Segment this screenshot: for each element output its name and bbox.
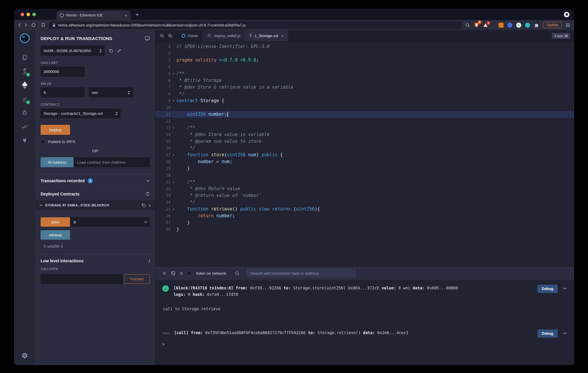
code-line[interactable]: 28} (155, 226, 574, 233)
zoom-in-icon[interactable] (168, 34, 173, 38)
minimize-window-button[interactable] (26, 13, 30, 16)
chevron-down-icon[interactable] (146, 180, 150, 182)
chevron-down-icon[interactable] (144, 221, 147, 223)
value-unit-select[interactable]: wei (89, 87, 133, 97)
code-line[interactable]: 9▾contract Storage { (155, 97, 574, 104)
code-line[interactable]: 5▾/** (155, 70, 574, 77)
solidity-compiler-icon[interactable]: ✓ (18, 65, 31, 77)
code-line[interactable]: 13▾ /** (155, 125, 574, 131)
deploy-button[interactable]: Deploy (41, 125, 70, 135)
code-line[interactable]: 8 */ (155, 91, 574, 97)
menu-icon[interactable] (566, 23, 570, 27)
code-line[interactable]: 1// SPDX-License-Identifier: GPL-3.0 (155, 43, 574, 50)
bookmark-icon[interactable] (41, 23, 45, 27)
code-editor[interactable]: 1// SPDX-License-Identifier: GPL-3.023pr… (155, 42, 574, 266)
close-window-button[interactable] (21, 13, 24, 16)
metamask-extension-icon[interactable] (499, 23, 504, 28)
store-argument-input[interactable] (71, 218, 144, 226)
publish-ipfs-checkbox[interactable] (41, 140, 45, 144)
code-line[interactable]: 19 } (155, 165, 574, 172)
tab-storage-sol[interactable]: 1_Storage.sol × (245, 30, 288, 42)
remove-contract-icon[interactable]: × (148, 203, 151, 208)
forward-button[interactable] (25, 23, 27, 27)
fold-arrow-icon[interactable]: ▾ (171, 70, 176, 77)
transactions-recorded-row[interactable]: Transactions recorded 2 (41, 174, 150, 188)
code-line[interactable]: 10 (155, 104, 574, 111)
terminal-prompt[interactable]: > (162, 342, 571, 347)
account-select[interactable]: 0xf39...92266 (6.98782850 (41, 46, 105, 56)
back-button[interactable] (18, 23, 21, 27)
reload-button[interactable] (31, 23, 36, 27)
copy-contract-icon[interactable] (141, 203, 146, 207)
transact-button[interactable]: Transact (124, 274, 150, 284)
code-line[interactable]: 3pragma solidity >=0.7.0 <0.9.0; (155, 57, 574, 64)
clear-console-icon[interactable] (171, 271, 176, 276)
code-line[interactable]: 4 (155, 64, 574, 70)
unit-testing-icon[interactable] (18, 120, 31, 133)
code-line[interactable]: 11 uint256 number; (155, 111, 574, 118)
gas-limit-input[interactable] (41, 67, 85, 77)
code-line[interactable]: 23 * @return value of 'number' (155, 192, 574, 199)
code-line[interactable]: 15 * @param num value to store (155, 138, 574, 145)
code-line[interactable]: 14 * @dev Store value in variable (155, 131, 574, 138)
tabs-count-badge[interactable]: 3 tabs (552, 33, 570, 39)
info-icon[interactable]: i (148, 258, 150, 263)
static-analysis-icon[interactable]: ✓ (18, 93, 31, 105)
zoom-icon[interactable] (466, 23, 470, 27)
chevron-down-icon[interactable] (563, 287, 567, 290)
profile-icon[interactable] (564, 12, 569, 17)
blue-extension-icon[interactable] (507, 23, 512, 28)
zoom-out-icon[interactable] (160, 34, 164, 38)
fold-arrow-icon[interactable]: ▾ (171, 206, 176, 213)
tab-home[interactable]: Home (177, 30, 202, 42)
terminal-search-input[interactable] (250, 271, 352, 276)
grammarly-extension-icon[interactable]: G (516, 23, 521, 28)
update-button[interactable]: Update (543, 22, 562, 28)
chevron-down-icon[interactable] (39, 204, 42, 206)
close-tab-icon[interactable]: × (281, 34, 284, 38)
file-explorer-icon[interactable] (18, 51, 31, 64)
debug-button[interactable]: Debug (537, 285, 558, 293)
code-line[interactable]: 26 return number; (155, 213, 574, 219)
calldata-input[interactable] (41, 274, 123, 284)
code-line[interactable]: 12 (155, 118, 574, 125)
code-line[interactable]: 16 */ (155, 145, 574, 152)
terminal-search[interactable] (246, 269, 356, 278)
browser-tab[interactable]: Remix - Ethereum IDE × (56, 11, 131, 20)
close-tab-icon[interactable]: × (125, 13, 127, 18)
fold-arrow-icon[interactable]: ▾ (171, 125, 176, 131)
retrieve-function-button[interactable]: retrieve (41, 230, 70, 240)
address-bar[interactable]: remix.ethereum.org/#optimize=false&runs=… (49, 21, 462, 29)
code-line[interactable]: 7 * @dev Store & retrieve value in a var… (155, 84, 574, 91)
edit-account-icon[interactable] (117, 49, 121, 53)
remix-logo[interactable] (19, 33, 30, 45)
expand-terminal-icon[interactable] (162, 271, 166, 275)
listen-network-checkbox[interactable] (187, 271, 191, 276)
contract-select[interactable]: Storage - contracts/1_Storage.sol (41, 108, 121, 118)
code-line[interactable]: 25▾ function retrieve() public view retu… (155, 206, 574, 213)
debug-button[interactable]: Debug (537, 329, 558, 338)
panel-monitor-icon[interactable] (145, 36, 150, 41)
at-address-button[interactable]: At Address (41, 157, 74, 167)
deployed-contract-header[interactable]: STORAGE AT 0X8E4...372CE (BLOCKCH × (35, 200, 155, 210)
code-line[interactable]: 22 * @dev Return value (155, 185, 574, 192)
brave-shield-icon[interactable]: 2 (474, 22, 479, 28)
code-line[interactable]: 6 * @title Storage (155, 77, 574, 84)
teal-extension-icon[interactable] (525, 23, 530, 28)
tab-deploy-web3[interactable]: JS deploy_web3.js (202, 30, 245, 42)
settings-gear-icon[interactable] (14, 352, 35, 359)
fold-arrow-icon[interactable]: ▾ (171, 179, 176, 185)
fold-arrow-icon[interactable]: ▾ (171, 97, 176, 104)
new-tab-button[interactable]: + (135, 11, 139, 18)
code-line[interactable]: 17▾ function store(uint256 num) public { (155, 152, 574, 158)
plugin-manager-icon[interactable] (18, 134, 31, 147)
value-input[interactable] (41, 87, 85, 97)
brave-rewards-icon[interactable]: 1 (483, 23, 488, 27)
code-line[interactable]: 2 (155, 50, 574, 57)
fold-arrow-icon[interactable]: ▾ (171, 152, 176, 158)
code-line[interactable]: 18 number = num; (155, 158, 574, 165)
store-function-button[interactable]: store (41, 217, 70, 227)
trash-icon[interactable] (146, 192, 150, 196)
copy-account-icon[interactable] (109, 49, 113, 53)
code-line[interactable]: 27 } (155, 219, 574, 226)
